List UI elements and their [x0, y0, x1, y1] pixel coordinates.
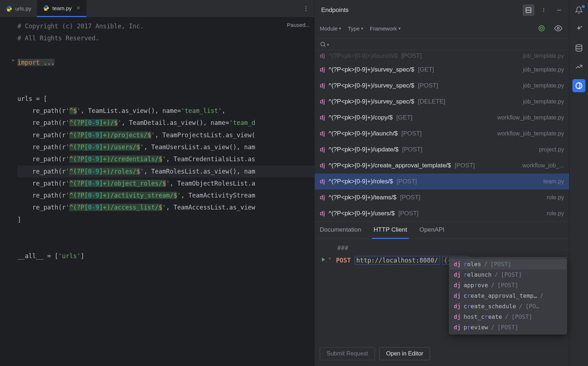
django-tag: dj	[320, 114, 325, 121]
error-badge-icon: ✕	[328, 256, 331, 261]
endpoint-filters: Module▾ Type▾ Framework▾	[315, 20, 569, 38]
completion-item[interactable]: dj preview/ [POST]	[449, 322, 567, 333]
code-editor[interactable]: Paused... ▸ # Copyright (c) 2017 Ansible…	[0, 17, 314, 366]
endpoint-file: job_template.py	[520, 98, 564, 105]
tab-team[interactable]: team.py ✕	[37, 0, 86, 17]
endpoint-method: [POST]	[397, 178, 417, 185]
django-tag: dj	[320, 66, 325, 73]
endpoint-path: ^(?P<pk>[0-9]+)/survey_spec/$	[328, 98, 414, 105]
fold-chevron-icon[interactable]: ▸	[0, 57, 17, 62]
endpoint-path: ^(?P<pk>[0-9]+)/teams/$	[328, 194, 396, 201]
endpoint-row[interactable]: dj^(?P<pk>[0-9]+)/teams/$ [POST]role.py	[315, 190, 569, 206]
svg-point-6	[543, 10, 544, 11]
completion-item[interactable]: dj roles/ [POST]	[449, 259, 567, 269]
completion-item[interactable]: dj host_create/ [POST]	[449, 312, 567, 322]
svg-point-2	[306, 10, 307, 11]
more-icon[interactable]	[538, 4, 550, 16]
django-tag: dj	[320, 210, 325, 217]
endpoint-method: [POST]	[401, 130, 422, 137]
endpoints-header: Endpoints	[315, 0, 569, 20]
completion-item[interactable]: dj create_approval_temp…/	[449, 290, 567, 301]
endpoint-file: role.py	[544, 194, 564, 201]
svg-point-15	[576, 45, 582, 46]
endpoint-row[interactable]: dj^(?P<pk>[0-9]+)/survey_spec/$ [POST]jo…	[315, 78, 569, 94]
open-in-editor-button[interactable]: Open in Editor	[379, 347, 430, 360]
tab-label: team.py	[52, 5, 72, 11]
endpoint-search[interactable]: ▾	[315, 38, 569, 50]
endpoint-path: ^(?P<pk>[0-9]+)/users/$	[328, 210, 395, 217]
target-icon[interactable]	[536, 23, 547, 34]
chart-icon[interactable]	[572, 60, 585, 73]
endpoint-row[interactable]: dj^(?P<pk>[0-9]+)/roles/$ [POST]team.py	[315, 174, 569, 190]
completion-item[interactable]: dj approve/ [POST]	[449, 280, 567, 290]
endpoint-row[interactable]: dj^(?P<pk>[0-9]+)/survey_spec/$ [GET]job…	[315, 62, 569, 78]
endpoint-method: [POST]	[418, 82, 438, 89]
endpoint-method: [POST]	[402, 146, 422, 153]
tab-openapi[interactable]: OpenAPI	[418, 222, 446, 239]
svg-point-12	[321, 42, 325, 46]
minimize-icon[interactable]	[553, 4, 565, 16]
endpoint-method: [POST]	[400, 194, 420, 201]
chevron-down-icon: ▾	[399, 26, 401, 31]
endpoint-row[interactable]: dj^(?P<pk>[0-9]+)/update/$ [POST]project…	[315, 142, 569, 158]
run-icon[interactable]	[320, 256, 326, 264]
endpoints-icon[interactable]	[572, 79, 585, 92]
http-url-base[interactable]: http://localhost:8080/	[355, 256, 440, 265]
endpoint-method: [GET]	[396, 114, 412, 121]
endpoint-row[interactable]: dj^(?P<pk>[0-9]+)/launch/$[POST]job_temp…	[315, 50, 569, 62]
close-icon[interactable]: ✕	[75, 5, 81, 11]
completion-popup: dj roles/ [POST]dj relaunch/ [POST]dj ap…	[449, 257, 567, 334]
http-separator: ###	[320, 244, 348, 252]
django-tag: dj	[320, 146, 325, 153]
svg-point-9	[539, 26, 544, 31]
endpoint-path: ^(?P<pk>[0-9]+)/update/$	[328, 146, 399, 153]
endpoint-row[interactable]: dj^(?P<pk>[0-9]+)/survey_spec/$ [DELETE]…	[315, 94, 569, 110]
endpoint-path: ^(?P<pk>[0-9]+)/launch/$	[328, 130, 398, 137]
endpoint-file: project.py	[536, 146, 564, 153]
filter-type[interactable]: Type▾	[348, 25, 363, 32]
python-icon	[43, 5, 49, 11]
submit-request-button[interactable]: Submit Request	[320, 347, 375, 360]
endpoint-path: ^(?P<pk>[0-9]+)/survey_spec/$	[328, 66, 414, 73]
endpoint-row[interactable]: dj^(?P<pk>[0-9]+)/create_approval_templa…	[315, 158, 569, 174]
django-tag: dj	[320, 162, 325, 169]
endpoint-row[interactable]: dj^(?P<pk>[0-9]+)/copy/$ [GET]workflow_j…	[315, 110, 569, 126]
svg-line-13	[324, 45, 325, 46]
endpoint-file: job_template.py	[520, 82, 564, 89]
notifications-icon[interactable]	[572, 4, 585, 17]
endpoint-file: workflow_job_...	[519, 162, 564, 169]
completion-item[interactable]: dj relaunch/ [POST]	[449, 269, 567, 280]
eye-icon[interactable]	[552, 23, 564, 34]
django-tag: dj	[320, 82, 325, 89]
endpoint-file: job_template.py	[520, 66, 564, 73]
database-icon[interactable]	[572, 41, 585, 54]
tab-documentation[interactable]: Documentation	[318, 222, 363, 239]
tab-bar: urls.py team.py ✕	[0, 0, 314, 17]
django-tag: dj	[320, 178, 325, 185]
endpoint-file: role.py	[544, 210, 564, 217]
svg-point-16	[576, 83, 582, 89]
svg-point-14	[580, 26, 582, 28]
layout-icon[interactable]	[523, 4, 534, 16]
svg-point-1	[306, 8, 307, 9]
right-tool-rail	[569, 0, 588, 366]
filter-module[interactable]: Module▾	[320, 25, 341, 32]
more-icon[interactable]	[303, 3, 314, 15]
endpoint-path: ^(?P<pk>[0-9]+)/copy/$	[328, 114, 393, 121]
svg-point-11	[557, 27, 559, 29]
completion-item[interactable]: dj create_schedule/ [PO…	[449, 301, 567, 312]
chevron-down-icon: ▾	[361, 26, 363, 31]
endpoint-row[interactable]: dj^(?P<pk>[0-9]+)/users/$ [POST]role.py	[315, 206, 569, 221]
django-tag: dj	[320, 98, 325, 105]
endpoint-row[interactable]: dj^(?P<pk>[0-9]+)/launch/$ [POST]workflo…	[315, 126, 569, 142]
editor-gutter: ▸	[0, 17, 17, 366]
tab-urls[interactable]: urls.py	[0, 0, 37, 17]
endpoint-file: workflow_job_template.py	[494, 114, 564, 121]
ai-assist-icon[interactable]	[572, 23, 585, 36]
http-client-area: ### ✕ POST http://localhost:8080/{{pk}}/…	[315, 239, 569, 366]
tab-http-client[interactable]: HTTP Client	[372, 222, 408, 239]
endpoint-method: [POST]	[455, 162, 475, 169]
endpoint-detail-tabs: Documentation HTTP Client OpenAPI	[315, 221, 569, 239]
endpoint-method: [GET]	[418, 66, 434, 73]
filter-framework[interactable]: Framework▾	[370, 25, 401, 32]
